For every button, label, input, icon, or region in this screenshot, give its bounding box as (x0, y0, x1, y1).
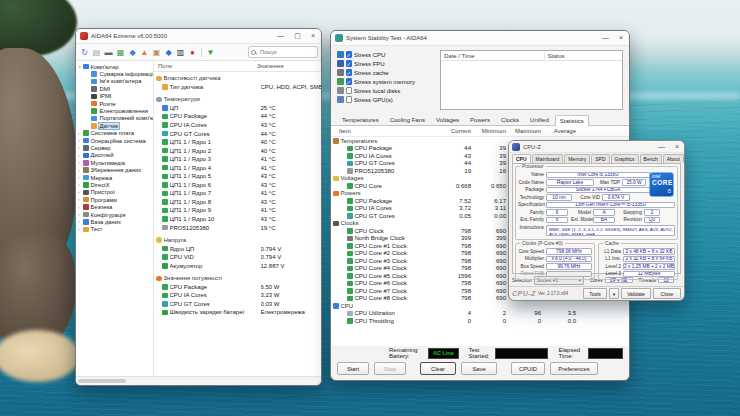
sensor-row[interactable]: CPU GT Cores0.03 W (154, 300, 321, 309)
sensor-row[interactable]: ЦП1 1 / Ядро 1043 °C (154, 215, 321, 224)
sensor-row[interactable]: ЦП1 1 / Ядро 140 °C (154, 138, 321, 147)
cpuz-tab-mainboard[interactable]: Mainboard (532, 154, 564, 163)
sensor-row[interactable]: CPU Package44 °C (154, 112, 321, 121)
sidebar-item[interactable]: ›Конфігурація (76, 211, 153, 218)
sidebar-item[interactable]: ›DirectX (76, 181, 153, 188)
close-icon[interactable]: × (617, 33, 625, 43)
tab-powers[interactable]: Powers (465, 114, 495, 125)
sidebar-item[interactable]: Портативний комп'ют (76, 115, 153, 122)
sensor-row[interactable]: ЦП1 1 / Ядро 643 °C (154, 181, 321, 190)
start-button[interactable]: Start (337, 362, 369, 375)
checkbox[interactable]: ✓ (346, 69, 353, 76)
cpuz-tab-spd[interactable]: SPD (591, 154, 609, 163)
stats-column-header[interactable]: Minimum (474, 128, 509, 134)
sidebar-item[interactable]: DMI (76, 85, 153, 92)
cpuz-tab-about[interactable]: About (663, 154, 684, 163)
stopwatch-icon[interactable]: ● (187, 47, 198, 58)
flame-icon[interactable]: ▲ (139, 47, 150, 58)
tools-button[interactable]: Tools (583, 288, 607, 299)
validate-button[interactable]: Validate (621, 288, 651, 299)
download-icon[interactable]: ▼ (205, 47, 216, 58)
sensor-row[interactable]: CPU IA Cores3.23 W (154, 291, 321, 300)
sensor-row[interactable]: Тип датчикаCPU, HDD, ACPI, SMB (154, 83, 321, 92)
tab-unified[interactable]: Unified (525, 114, 554, 125)
sidebar-item[interactable]: ›Пристрої (76, 189, 153, 196)
stress-option[interactable]: Stress local disks (337, 86, 434, 95)
close-button[interactable]: Close (653, 288, 681, 299)
stats-column-header[interactable]: Current (439, 128, 474, 134)
sensor-row[interactable]: ЦП1 1 / Ядро 341 °C (154, 155, 321, 164)
sensor-row[interactable]: CPU GT Cores44 °C (154, 129, 321, 138)
sidebar-item[interactable]: ∨Комп'ютер (76, 63, 153, 70)
stress-option[interactable]: ✓Stress cache (337, 68, 434, 77)
clear-button[interactable]: Clear (420, 362, 456, 375)
sensor-row[interactable]: ЦП1 1 / Ядро 741 °C (154, 189, 321, 198)
stats-column-header[interactable]: Average (544, 128, 579, 134)
close-icon[interactable]: × (673, 142, 681, 152)
copy-icon[interactable]: ▣ (151, 47, 162, 58)
minimize-icon[interactable]: — (600, 33, 611, 43)
sensor-row[interactable]: CPU IA Cores43 °C (154, 121, 321, 130)
sidebar-item[interactable]: ›Тест (76, 226, 153, 233)
minimize-icon[interactable]: — (656, 142, 667, 152)
sensor-row[interactable]: ЦП1 1 / Ядро 240 °C (154, 146, 321, 155)
sensor-row[interactable]: Швидкість зарядки батареїЕлектромережа (154, 308, 321, 317)
checkbox[interactable]: ✓ (346, 60, 353, 67)
save-button[interactable]: Save (461, 362, 497, 375)
tab-temperatures[interactable]: Temperatures (337, 114, 384, 125)
tab-cooling-fans[interactable]: Cooling Fans (385, 114, 430, 125)
sidebar-item[interactable]: Датчик (76, 122, 153, 129)
sidebar-item[interactable]: ›Збереження даних (76, 166, 153, 173)
wizard-icon[interactable]: ◆ (163, 47, 174, 58)
sidebar-item[interactable]: Сумарна інформація (76, 70, 153, 77)
sidebar-item[interactable]: ›Операційна система (76, 137, 153, 144)
sensor-row[interactable]: PRO5120538019 °C (154, 223, 321, 232)
cpuz-tab-graphics[interactable]: Graphics (611, 154, 639, 163)
sidebar-item[interactable]: ›Системна плата (76, 130, 153, 137)
sensor-row[interactable]: ЦП1 1 / Ядро 843 °C (154, 198, 321, 207)
sidebar-item[interactable]: Електроживлення (76, 107, 153, 114)
cpuz-tab-cpu[interactable]: CPU (512, 154, 531, 163)
sensor-row[interactable]: CPU VID0.794 V (154, 253, 321, 262)
checkbox[interactable] (346, 87, 353, 94)
checkbox[interactable] (346, 96, 353, 103)
sidebar-item[interactable]: ›База даних (76, 218, 153, 225)
stress-option[interactable]: Stress GPU(s) (337, 95, 434, 104)
sidebar-item[interactable]: IPMI (76, 93, 153, 100)
sidebar-item[interactable]: ›Мультимедіа (76, 159, 153, 166)
sidebar-item[interactable]: ›Безпека (76, 203, 153, 210)
stats-column-header[interactable]: Maximum (509, 128, 544, 134)
sensor-row[interactable]: Акумулятор12.887 V (154, 261, 321, 270)
stats-column-header[interactable]: Item (331, 128, 439, 134)
log-column-datetime[interactable]: Date / Time (441, 53, 545, 59)
sidebar-item[interactable]: ›Сервер (76, 144, 153, 151)
checkbox[interactable]: ✓ (346, 78, 353, 85)
checkbox[interactable]: ✓ (346, 51, 353, 58)
refresh-icon[interactable]: ↻ (79, 47, 90, 58)
tab-statistics[interactable]: Statistics (555, 115, 589, 126)
stats-row[interactable]: CPU Utilization42963.5 (331, 310, 629, 318)
sensor-row[interactable]: ЦП1 1 / Ядро 441 °C (154, 163, 321, 172)
scrollbar-thumb[interactable] (78, 379, 126, 383)
search-box[interactable] (248, 46, 318, 58)
stress-option[interactable]: ✓Stress CPU (337, 50, 434, 59)
sidebar-item[interactable]: Розгін (76, 100, 153, 107)
sensor-row[interactable]: ЦП25 °C (154, 104, 321, 113)
search-input[interactable] (258, 48, 315, 56)
tab-clocks[interactable]: Clocks (496, 114, 524, 125)
cpuz-tab-bench[interactable]: Bench (640, 154, 662, 163)
stress-option[interactable]: ✓Stress FPU (337, 59, 434, 68)
sensor-row[interactable]: Ядро ЦП0.794 V (154, 244, 321, 253)
minimize-icon[interactable]: — (275, 31, 286, 41)
stress-option[interactable]: ✓Stress system memory (337, 77, 434, 86)
horizontal-scrollbar[interactable] (76, 376, 321, 385)
close-icon[interactable]: × (309, 31, 317, 41)
log-column-status[interactable]: Status (545, 53, 622, 59)
board-icon[interactable]: ▬ (103, 47, 114, 58)
panel-icon[interactable]: ▥ (175, 47, 186, 58)
sensor-row[interactable]: ЦП1 1 / Ядро 543 °C (154, 172, 321, 181)
sidebar-item[interactable]: ›Програми (76, 196, 153, 203)
stats-row[interactable]: CPU Throttling0000.0 (331, 317, 629, 325)
sidebar-item[interactable]: ›Дисплей (76, 152, 153, 159)
maximize-icon[interactable]: ▢ (292, 31, 303, 41)
